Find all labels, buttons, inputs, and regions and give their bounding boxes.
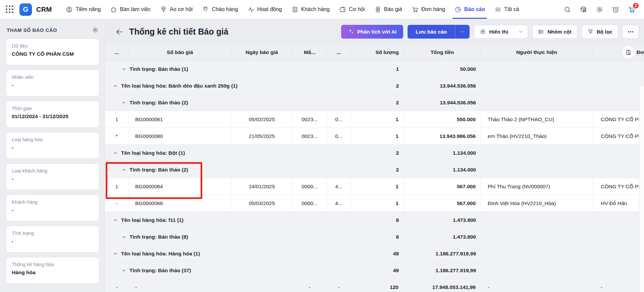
chevron-up-icon[interactable] (113, 150, 118, 156)
nav-item-don-hang[interactable]: Đơn hàng (407, 0, 450, 19)
group-total: 1.473.800 (404, 229, 481, 245)
group-quantity: 1 (351, 61, 404, 77)
column-header-row-marker[interactable]: ... (105, 44, 129, 60)
nav-item-bao-cao[interactable]: Báo cáo (450, 0, 490, 19)
nav-item-label: Tiềm năng (75, 6, 101, 12)
column-header-label: Số báo giá (167, 49, 193, 55)
param-label: Loại hàng hóa (12, 137, 94, 142)
nav-item-hoat-dong[interactable]: Hoạt động (243, 0, 287, 19)
chevron-up-icon[interactable] (113, 217, 118, 223)
topbar-actions: 2 (561, 0, 644, 19)
param-card-loai-hang-hoa[interactable]: Loại hàng hóa- (6, 132, 99, 159)
vertical-scrollbar[interactable] (639, 86, 644, 292)
display-dropdown[interactable] (514, 25, 528, 38)
chevron-up-icon[interactable] (113, 251, 118, 256)
cell-row-marker: - (105, 279, 129, 292)
param-card-thong-ke-hang-hoa[interactable]: Thống kê hàng hóaHàng hóa (6, 257, 99, 284)
cell-ellipsis: - (327, 279, 351, 292)
table-row[interactable]: 1BG000006424/01/20250000...4...1567.000P… (105, 178, 644, 195)
column-header-ellipsis[interactable]: ... (327, 44, 351, 60)
chevron-down-icon[interactable] (121, 234, 126, 240)
chevron-up-icon[interactable] (121, 167, 126, 173)
filter-button[interactable]: Bộ lọc (582, 25, 618, 39)
group-row-label: Tình trạng: Bản thảo (8) (105, 229, 351, 245)
group-row[interactable]: Tình trạng: Bản thảo (37)491.186.277.919… (105, 262, 644, 279)
save-report-dropdown[interactable] (455, 25, 470, 39)
group-label-text: Tình trạng: Bản thảo (2) (129, 167, 188, 173)
table-row[interactable]: *BG000008021/05/20250023...0...113.943.9… (105, 128, 644, 145)
app-logo[interactable]: G (19, 3, 32, 16)
column-header-ma[interactable]: Mã... (292, 44, 327, 60)
more-actions-button[interactable]: ⋯ (623, 25, 639, 39)
param-card-khach-hang[interactable]: Khách hàng- (6, 195, 99, 221)
column-header-so-luong[interactable]: Số lượng (351, 44, 404, 60)
group-row[interactable]: Tình trạng: Bản thảo (1)150.000 (105, 61, 644, 78)
cell-ma: 0000... (292, 178, 327, 195)
nav-item-tiem-nang[interactable]: Tiềm năng (61, 0, 105, 19)
settings-button[interactable] (593, 3, 606, 16)
nav-item-chao-hang[interactable]: Chào hàng (197, 0, 243, 19)
param-card-loai-khach-hang[interactable]: Loại khách hàng- (6, 163, 99, 190)
group-total: 1.186.277.919,99 (404, 262, 481, 279)
nav-item-bao-gia[interactable]: Báo giá (370, 0, 407, 19)
cell-tong-tien: 17.948.053.141,99 (404, 279, 481, 292)
group-quantity: 2 (351, 161, 404, 178)
chevron-down-icon[interactable] (121, 66, 126, 72)
notification-badge: 2 (632, 2, 639, 9)
nav-item-label: Đơn hàng (421, 6, 445, 12)
nav-item-khach-hang[interactable]: Khách hàng (287, 0, 334, 19)
display-button[interactable]: Hiển thị (474, 25, 528, 39)
app-grid-icon[interactable] (5, 5, 14, 14)
nav-item-ao-co-hoi[interactable]: Ao cơ hội (155, 0, 197, 19)
group-row[interactable]: Tên loại hàng hóa: Bánh dẻo đậu xanh 250… (105, 78, 644, 94)
analyze-ai-button[interactable]: Phân tích với AI (341, 25, 403, 39)
param-card-thoi-gian[interactable]: Thời gian01/12/2024 - 31/12/2025 (6, 101, 99, 128)
param-card-du-lieu[interactable]: Dữ liệuCÔNG TY CỔ PHẦN CSM (6, 39, 99, 65)
pie-chart-icon (454, 6, 462, 13)
column-header-ngay-bao-gia[interactable]: Ngày báo giá (231, 44, 292, 60)
group-row[interactable]: Tên loại hàng hóa: f11 (1)81.473.800 (105, 212, 644, 229)
nav-item-ban-lam-viec[interactable]: Bàn làm việc (105, 0, 155, 19)
table-row[interactable]: 1BG000006105/02/20250023...0...1550.000T… (105, 111, 644, 128)
group-row[interactable]: Tình trạng: Bản thảo (2)213.944.536.056 (105, 94, 644, 111)
group-row-filler (481, 262, 644, 279)
param-label: Dữ liệu (12, 43, 94, 49)
group-columns-button[interactable]: Nhóm cột (532, 25, 577, 39)
funnel-dots-icon (160, 6, 167, 13)
nav-item-co-hoi[interactable]: Cơ hội (334, 0, 370, 19)
sidebar-settings-icon[interactable] (92, 27, 99, 33)
add-column-icon[interactable] (623, 46, 635, 58)
total-row[interactable]: ----12017.948.053.141,99-- (105, 279, 644, 292)
column-header-label: Người thực hiện (516, 49, 557, 55)
cell-so-luong: 1 (351, 195, 404, 211)
search-button[interactable] (561, 3, 574, 16)
param-card-nhan-vien[interactable]: Nhân viên- (6, 70, 99, 96)
alarm-button[interactable] (609, 3, 622, 16)
param-card-tinh-trang[interactable]: Tình trạng- (6, 226, 99, 252)
group-total: 13.944.536.056 (404, 78, 481, 94)
cart-blue-button[interactable]: 2 (625, 3, 638, 16)
package-search-button[interactable] (577, 3, 590, 16)
group-row[interactable]: Tình trạng: Bản thảo (2)21.134.000 (105, 161, 644, 178)
nav-item-tat-ca[interactable]: Tất cả (490, 0, 524, 19)
nav-item-label: Cơ hội (349, 6, 365, 12)
nav-item-label: Báo giá (384, 6, 402, 12)
group-total: 1.134.000 (404, 161, 481, 178)
column-header-don-hang[interactable]: Đơ (593, 44, 644, 60)
column-header-tong-tien[interactable]: Tổng tiền (404, 44, 481, 60)
column-header-nguoi-thuc-hien[interactable]: Người thực hiện (481, 44, 593, 60)
group-row[interactable]: Tình trạng: Bản thảo (8)81.473.800 (105, 229, 644, 245)
table-row[interactable]: -BG000006605/03/20250000...4...1567.000Đ… (105, 195, 644, 212)
chevron-up-icon[interactable] (113, 83, 118, 89)
group-row[interactable]: Tên loại hàng hóa: Bột (1)21.134.000 (105, 145, 644, 161)
chevron-up-icon[interactable] (121, 100, 126, 105)
back-button[interactable] (115, 28, 124, 36)
column-header-so-bao-gia[interactable]: Số báo giá (129, 44, 231, 60)
param-value: CÔNG TY CỔ PHẦN CSM (12, 51, 94, 57)
nav-item-label: Tất cả (504, 6, 519, 12)
save-report-button[interactable]: Lưu báo cáo (408, 25, 470, 39)
chevron-down-icon[interactable] (121, 268, 126, 273)
group-row[interactable]: Tên loại hàng hóa: Hàng hóa (1)491.186.2… (105, 245, 644, 262)
topbar-nav: Tiềm năngBàn làm việcAo cơ hộiChào hàngH… (61, 0, 524, 19)
column-header-label: Đơ (637, 49, 644, 55)
